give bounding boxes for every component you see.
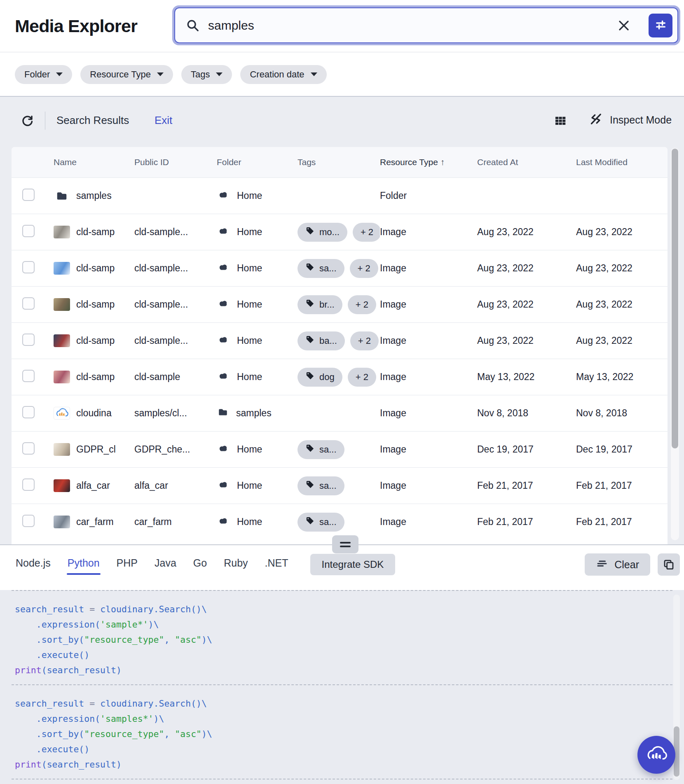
row-checkbox[interactable]: [22, 334, 35, 346]
close-icon[interactable]: [613, 15, 635, 36]
row-checkbox[interactable]: [22, 261, 35, 273]
public-id: cld-sample...: [134, 335, 217, 346]
column-header[interactable]: Public ID: [134, 157, 217, 167]
table-row[interactable]: cld-samp cld-sample... Home mo...+ 2 Ima…: [12, 214, 668, 250]
tag-icon: [305, 299, 315, 310]
panel-drag-handle[interactable]: [332, 535, 358, 553]
sdk-tab-net[interactable]: .NET: [264, 555, 289, 575]
search-icon: [186, 19, 200, 33]
filter-chip[interactable]: Folder: [15, 65, 72, 84]
column-header[interactable]: Name: [54, 157, 134, 167]
sdk-tab-ruby[interactable]: Ruby: [223, 555, 248, 575]
column-header[interactable]: Resource Type ↑: [380, 157, 477, 167]
resource-type: Image: [380, 226, 477, 238]
row-checkbox[interactable]: [22, 370, 35, 382]
row-checkbox[interactable]: [22, 297, 35, 310]
results-table: NamePublic IDFolderTagsResource Type ↑Cr…: [12, 147, 668, 544]
public-id: cld-sample...: [134, 263, 217, 274]
sdk-tab-nodejs[interactable]: Node.js: [15, 555, 52, 575]
name-cell: cld-samp: [54, 371, 134, 383]
name-cell: samples: [54, 189, 134, 202]
tags-cell: sa...: [297, 476, 380, 495]
created-at: Dec 19, 2017: [477, 444, 576, 455]
column-header[interactable]: Tags: [297, 157, 380, 167]
row-checkbox-cell: [22, 515, 54, 530]
filter-chip[interactable]: Creation date: [240, 65, 326, 84]
column-header[interactable]: Folder: [217, 157, 297, 167]
sdk-tab-python[interactable]: Python: [67, 555, 101, 575]
integrate-sdk-button[interactable]: Integrate SDK: [310, 554, 396, 575]
asset-thumbnail: [54, 443, 70, 456]
table-row[interactable]: GDPR_cl GDPR_che... Home sa... Image Dec…: [12, 431, 668, 467]
tag-pill[interactable]: br...: [297, 295, 342, 314]
asset-name: cld-samp: [76, 299, 115, 310]
created-at: Aug 23, 2022: [477, 299, 576, 310]
tags-cell: ba...+ 2: [297, 331, 380, 350]
row-checkbox[interactable]: [22, 406, 35, 418]
row-checkbox[interactable]: [22, 442, 35, 455]
filter-chip[interactable]: Tags: [181, 65, 232, 84]
advanced-search-button[interactable]: [649, 14, 672, 37]
search-box-inner: [174, 7, 678, 43]
table-row[interactable]: car_farm car_farm Home sa... Image Feb 2…: [12, 504, 668, 540]
tag-pill[interactable]: sa...: [297, 476, 344, 495]
more-tags-pill[interactable]: + 2: [350, 259, 378, 278]
filter-chip[interactable]: Resource Type: [80, 65, 173, 84]
row-checkbox-cell: [22, 225, 54, 240]
clear-button-label: Clear: [614, 559, 639, 571]
asset-name: cld-samp: [76, 371, 115, 383]
filter-chip-label: Resource Type: [90, 69, 151, 80]
cloudinary-fab-button[interactable]: [637, 736, 675, 774]
results-toolbar: Search Results Exit Inspect Mode: [0, 97, 684, 147]
table-row[interactable]: cld-samp cld-sample... Home ba...+ 2 Ima…: [12, 322, 668, 359]
cloud-icon: [217, 225, 230, 239]
clear-button[interactable]: Clear: [585, 553, 650, 576]
tag-pill[interactable]: sa...: [297, 513, 344, 532]
created-at: Feb 21, 2017: [477, 480, 576, 491]
last-modified: Aug 23, 2022: [576, 263, 668, 274]
exit-link[interactable]: Exit: [155, 114, 172, 127]
sdk-tab-java[interactable]: Java: [154, 555, 177, 575]
tag-pill[interactable]: ba...: [297, 331, 345, 350]
resource-type: Image: [380, 335, 477, 346]
grid-view-icon[interactable]: [552, 112, 569, 129]
tag-pill[interactable]: mo...: [297, 223, 347, 242]
tag-pill[interactable]: sa...: [297, 259, 344, 278]
folder-name: samples: [236, 408, 272, 419]
table-row[interactable]: cld-samp cld-sample... Home sa...+ 2 Ima…: [12, 250, 668, 286]
table-row[interactable]: cld-samp cld-sample... Home br...+ 2 Ima…: [12, 286, 668, 322]
resource-type: Image: [380, 299, 477, 310]
tag-pill[interactable]: sa...: [297, 440, 344, 459]
folder-cell: samples: [217, 407, 297, 420]
tag-pill[interactable]: dog: [297, 368, 342, 387]
refresh-icon[interactable]: [19, 112, 35, 129]
search-input[interactable]: [208, 19, 605, 33]
row-checkbox[interactable]: [22, 478, 35, 491]
last-modified: Aug 23, 2022: [576, 299, 668, 310]
row-checkbox[interactable]: [22, 225, 35, 237]
more-tags-pill[interactable]: + 2: [350, 331, 379, 350]
sdk-tabs: Node.jsPythonPHPJavaGoRuby.NETIntegrate …: [15, 551, 610, 578]
row-checkbox[interactable]: [22, 515, 35, 527]
tags-cell: mo...+ 2: [297, 223, 380, 242]
more-tags-pill[interactable]: + 2: [348, 368, 376, 387]
table-row[interactable]: cld-samp cld-sample Home dog+ 2 Image Ma…: [12, 359, 668, 395]
inspect-mode-toggle[interactable]: Inspect Mode: [588, 112, 672, 128]
sdk-tab-go[interactable]: Go: [192, 555, 208, 575]
column-header[interactable]: Last Modified: [576, 157, 668, 167]
folder-name: Home: [237, 516, 262, 527]
folder-name: Home: [237, 263, 262, 274]
copy-icon[interactable]: [658, 553, 680, 576]
column-header[interactable]: Created At: [477, 157, 576, 167]
table-row[interactable]: alfa_car alfa_car Home sa... Image Feb 2…: [12, 467, 668, 504]
more-tags-pill[interactable]: + 2: [348, 295, 376, 314]
cloudinary-logo-thumbnail: [54, 407, 70, 420]
more-tags-pill[interactable]: + 2: [353, 223, 380, 242]
sdk-tab-php[interactable]: PHP: [116, 555, 138, 575]
created-at: Aug 23, 2022: [477, 335, 576, 346]
name-cell: car_farm: [54, 516, 134, 528]
table-row[interactable]: samples Home Folder: [12, 177, 668, 214]
row-checkbox[interactable]: [22, 189, 35, 201]
table-scrollbar-thumb[interactable]: [672, 149, 678, 448]
table-row[interactable]: cloudina samples/cl... samples Image Nov…: [12, 395, 668, 431]
